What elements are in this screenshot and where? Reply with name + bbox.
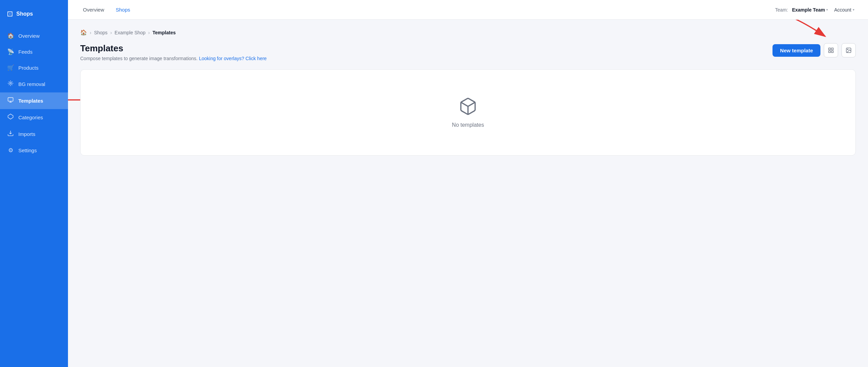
header-actions: New template: [772, 43, 856, 57]
breadcrumb-home[interactable]: 🏠: [80, 29, 87, 36]
breadcrumb-shops[interactable]: Shops: [94, 30, 108, 35]
svg-rect-9: [832, 51, 833, 53]
feeds-icon: 📡: [7, 48, 14, 55]
bg-removal-icon: [7, 80, 14, 88]
account-label: Account: [834, 7, 851, 13]
empty-state-card: No templates: [80, 69, 856, 156]
sidebar-item-label: BG removal: [18, 81, 45, 87]
sidebar-item-overview[interactable]: 🏠 Overview: [0, 28, 68, 44]
sidebar-item-label: Templates: [18, 98, 43, 104]
topnav-right: Team: Example Team ▾ Account ▾: [775, 5, 858, 15]
sidebar-item-label: Products: [18, 65, 38, 71]
breadcrumb: 🏠 › Shops › Example Shop › Templates: [80, 29, 856, 36]
sidebar-item-templates[interactable]: Templates: [0, 92, 68, 109]
svg-marker-4: [8, 114, 13, 119]
topnav-link-shops[interactable]: Shops: [111, 5, 135, 15]
categories-icon: [7, 113, 14, 121]
breadcrumb-separator: ›: [90, 30, 91, 35]
topnav-links: Overview Shops: [78, 5, 135, 15]
svg-point-0: [10, 83, 12, 84]
svg-rect-8: [829, 51, 830, 53]
grid-view-button[interactable]: [824, 43, 838, 57]
sidebar-item-feeds[interactable]: 📡 Feeds: [0, 44, 68, 60]
overlays-link[interactable]: Looking for overlays? Click here: [199, 56, 266, 61]
logo-text: Shops: [16, 11, 33, 17]
image-view-button[interactable]: [841, 43, 856, 57]
products-icon: 🛒: [7, 64, 14, 71]
sidebar-item-label: Settings: [18, 147, 37, 153]
team-selector[interactable]: Team: Example Team ▾: [775, 7, 828, 13]
sidebar-item-categories[interactable]: Categories: [0, 109, 68, 126]
breadcrumb-current: Templates: [153, 30, 176, 35]
sidebar-item-label: Feeds: [18, 49, 33, 55]
breadcrumb-separator: ›: [148, 30, 150, 35]
page-body: 🏠 › Shops › Example Shop › Templates Tem…: [68, 20, 868, 367]
empty-state-text: No templates: [452, 122, 484, 128]
breadcrumb-example-shop[interactable]: Example Shop: [115, 30, 145, 35]
page-header: Templates Compose templates to generate …: [80, 43, 856, 61]
sidebar-nav: 🏠 Overview 📡 Feeds 🛒 Products BG removal: [0, 25, 68, 367]
svg-point-11: [847, 49, 848, 50]
sidebar-item-products[interactable]: 🛒 Products: [0, 60, 68, 76]
svg-rect-1: [8, 98, 13, 101]
sidebar-logo: ⊡ Shops: [0, 0, 68, 25]
templates-icon: [7, 97, 14, 105]
svg-rect-7: [832, 48, 833, 50]
top-nav: Overview Shops Team: Example Team ▾ Acco…: [68, 0, 868, 20]
settings-icon: ⚙: [7, 147, 14, 154]
sidebar-item-bg-removal[interactable]: BG removal: [0, 76, 68, 92]
account-menu[interactable]: Account ▾: [831, 5, 858, 15]
team-name: Example Team: [792, 7, 825, 13]
main-content: Overview Shops Team: Example Team ▾ Acco…: [68, 0, 868, 367]
new-template-button[interactable]: New template: [772, 44, 820, 57]
sidebar-item-label: Overview: [18, 33, 40, 39]
team-label: Team:: [775, 7, 788, 13]
topnav-link-overview[interactable]: Overview: [78, 5, 109, 15]
chevron-down-icon: ▾: [853, 8, 854, 12]
page-subtitle: Compose templates to generate image tran…: [80, 56, 267, 61]
empty-box-icon: [458, 97, 478, 116]
annotation-container: No templates: [80, 69, 856, 156]
sidebar-item-label: Categories: [18, 115, 43, 120]
svg-rect-6: [829, 48, 830, 50]
page-title-block: Templates Compose templates to generate …: [80, 43, 267, 61]
sidebar: ⊡ Shops 🏠 Overview 📡 Feeds 🛒 Products BG…: [0, 0, 68, 367]
sidebar-item-imports[interactable]: Imports: [0, 126, 68, 142]
imports-icon: [7, 130, 14, 138]
logo-icon: ⊡: [7, 10, 13, 18]
sidebar-item-label: Imports: [18, 131, 35, 137]
sidebar-item-settings[interactable]: ⚙ Settings: [0, 142, 68, 158]
home-icon: 🏠: [7, 32, 14, 39]
page-title: Templates: [80, 43, 267, 54]
breadcrumb-separator: ›: [110, 30, 112, 35]
chevron-down-icon: ▾: [826, 8, 828, 12]
